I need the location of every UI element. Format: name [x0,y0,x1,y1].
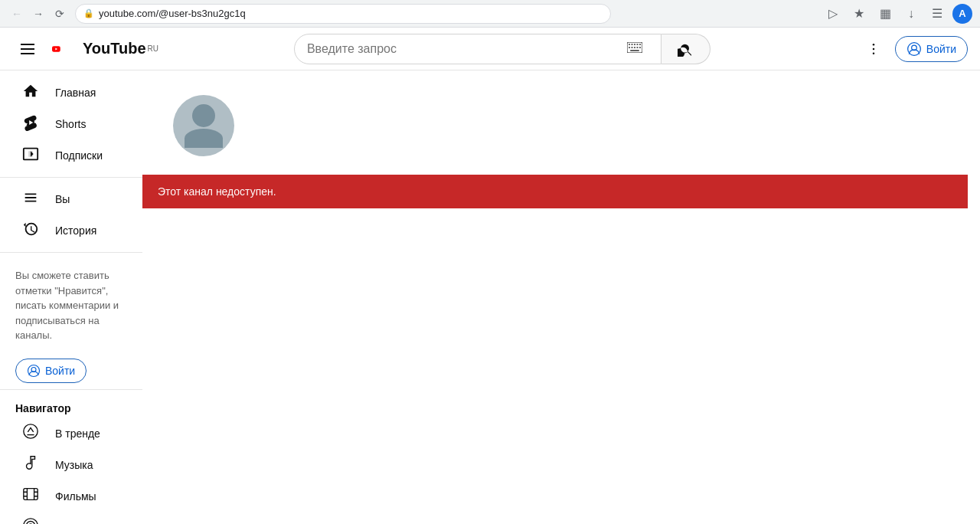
shorts-icon [21,114,40,135]
svg-point-13 [873,47,875,50]
sidebar-item-trending[interactable]: В тренде [6,418,136,449]
error-message: Этот канал недоступен. [158,185,276,198]
keyboard-button[interactable] [621,42,648,55]
youtube-logo[interactable]: YouTubeRU [52,40,158,58]
header-left: YouTubeRU [12,34,158,64]
extensions-icon[interactable]: ▦ [874,3,896,25]
search-input[interactable] [307,42,621,56]
svg-rect-4 [636,44,638,45]
url-text: youtube.com/@user-bs3nu2gc1q [99,8,246,19]
sidebar-divider-2 [0,252,142,253]
you-icon [21,189,40,210]
sidebar-item-movies[interactable]: Фильмы [6,481,136,512]
svg-rect-5 [639,44,641,45]
sidebar-subscriptions-label: Подписки [55,149,103,162]
main-layout: Главная Shorts Подписки [0,70,980,524]
svg-point-18 [28,365,40,376]
search-box [294,34,662,64]
download-icon[interactable]: ↓ [900,3,922,25]
logo-text: YouTube [83,40,146,57]
sidebar-promo-text: Вы сможете ставить отметки "Нравится", п… [0,259,142,352]
search-container [294,34,710,64]
avatar-person [185,104,223,148]
sidebar-signin-label: Войти [45,365,75,377]
sidebar: Главная Shorts Подписки [0,70,142,524]
more-options-icon [866,41,881,57]
sidebar-music-label: Музыка [55,459,93,471]
signin-label: Войти [926,43,956,55]
sidebar-item-shorts[interactable]: Shorts [6,109,136,139]
svg-rect-1 [629,44,630,45]
back-button[interactable]: ← [8,5,26,23]
browser-chrome: ← → ⟳ 🔒 youtube.com/@user-bs3nu2gc1q ▷ ★… [0,0,980,28]
svg-rect-6 [629,47,630,48]
youtube-logo-svg [52,40,78,58]
sidebar-item-subscriptions[interactable]: Подписки [6,140,136,171]
sidebar-item-music[interactable]: Музыка [6,450,136,480]
content-area: Этот канал недоступен. [142,70,980,524]
youtube-app: YouTubeRU [0,28,980,524]
sidebar-item-history[interactable]: История [6,215,136,246]
menu-button[interactable] [12,34,43,64]
navigator-title: Навигатор [0,396,142,418]
header-center [158,34,846,64]
profile-menu-icon[interactable]: ☰ [926,3,948,25]
menu-line [21,44,34,45]
promo-message: Вы сможете ставить отметки "Нравится", п… [15,270,119,341]
svg-rect-7 [631,47,632,48]
music-icon [21,454,40,475]
svg-rect-2 [631,44,632,45]
trending-icon [21,423,40,444]
live-icon [21,517,40,524]
search-button[interactable] [662,34,710,64]
svg-point-12 [873,43,875,45]
user-icon [906,41,922,57]
subscriptions-icon [21,146,40,166]
header: YouTubeRU [0,28,980,70]
sidebar-item-you[interactable]: Вы [6,184,136,215]
sidebar-divider-3 [0,389,142,390]
svg-rect-21 [24,489,38,500]
logo-ru: RU [148,44,158,53]
avatar-head [192,104,215,127]
sidebar-item-home[interactable]: Главная [6,77,136,108]
bookmark-icon[interactable]: ★ [848,3,870,25]
reload-button[interactable]: ⟳ [51,5,69,23]
movies-icon [21,486,40,506]
menu-line [21,48,34,50]
history-icon [21,221,40,241]
sidebar-signin-button[interactable]: Войти [15,359,87,383]
svg-rect-9 [636,47,638,48]
svg-rect-11 [630,50,639,51]
signin-button[interactable]: Войти [895,36,968,62]
sidebar-trending-label: В тренде [55,427,100,440]
svg-rect-8 [634,47,635,48]
svg-point-14 [873,52,875,54]
more-options-button[interactable] [858,34,889,64]
sidebar-user-icon [27,364,41,378]
svg-point-20 [24,424,38,438]
header-right: Войти [858,34,968,64]
sidebar-divider-1 [0,177,142,178]
svg-point-15 [907,42,920,55]
cast-icon[interactable]: ▷ [822,3,844,25]
channel-avatar-area [142,70,980,169]
svg-rect-10 [639,47,641,48]
avatar-body [185,129,223,148]
home-icon [21,83,40,103]
address-bar[interactable]: 🔒 youtube.com/@user-bs3nu2gc1q [75,4,611,24]
browser-actions: ▷ ★ ▦ ↓ ☰ A [822,3,972,25]
sidebar-movies-label: Фильмы [55,490,96,503]
svg-rect-3 [634,44,635,45]
lock-icon: 🔒 [83,8,94,18]
sidebar-live-label: Трансляции [55,522,114,525]
search-icon [678,41,693,57]
forward-button[interactable]: → [29,5,47,23]
menu-line [21,53,34,54]
sidebar-item-live[interactable]: Трансляции [6,513,136,525]
sidebar-you-label: Вы [55,193,70,205]
chrome-profile-button[interactable]: A [952,4,972,24]
channel-avatar [173,95,234,156]
nav-buttons: ← → ⟳ [8,5,69,23]
error-banner: Этот канал недоступен. [142,175,968,208]
